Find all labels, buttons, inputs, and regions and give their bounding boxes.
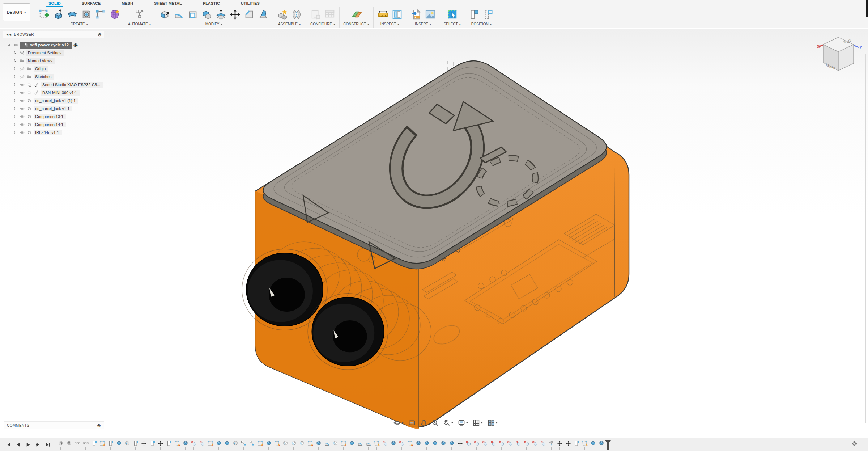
move-copy-icon[interactable] [229, 9, 241, 20]
twist-arrow-icon[interactable] [13, 106, 17, 111]
timeline-feature-pair[interactable] [241, 441, 247, 446]
timeline-feature-extrude[interactable] [116, 441, 122, 446]
step-forward-icon[interactable] [34, 442, 41, 448]
pattern-icon[interactable] [95, 9, 106, 20]
twist-arrow-icon[interactable] [13, 59, 17, 63]
timeline-feature-boxframe[interactable] [299, 441, 305, 446]
timeline-feature-sketch[interactable] [274, 441, 280, 446]
timeline-feature-delete[interactable] [499, 441, 505, 446]
ribbon-group-label-construct[interactable]: CONSTRUCT ▼ [343, 22, 369, 26]
tree-item-label[interactable]: Component13:1 [34, 114, 66, 119]
extrude-icon[interactable] [52, 9, 64, 20]
tree-item-label[interactable]: Document Settings [26, 50, 64, 56]
press-pull-icon[interactable] [159, 9, 170, 20]
eye-icon[interactable] [19, 114, 25, 119]
timeline-feature-material[interactable] [549, 441, 554, 446]
timeline-feature-delete[interactable] [482, 441, 488, 446]
chamfer-icon[interactable] [243, 9, 255, 20]
timeline-feature-extrude[interactable] [432, 441, 438, 446]
twist-arrow-icon[interactable] [13, 122, 17, 127]
select-icon[interactable] [447, 9, 458, 20]
ribbon-group-label-automate[interactable]: AUTOMATE ▼ [128, 22, 151, 26]
eye-icon[interactable] [19, 122, 25, 127]
tree-item-label[interactable]: DSN-MINI-360 v1:1 [41, 90, 80, 96]
timeline-feature-sketch[interactable] [582, 441, 588, 446]
twist-arrow-icon[interactable] [13, 130, 17, 135]
joint-icon[interactable] [291, 9, 302, 20]
timeline-feature-sketch[interactable] [99, 441, 105, 446]
timeline-feature-joint[interactable] [58, 441, 64, 446]
tab-plastic[interactable]: PLASTIC [201, 0, 222, 7]
pan-icon[interactable] [419, 418, 428, 427]
timeline-feature-pair[interactable] [249, 441, 255, 446]
eye-icon[interactable] [13, 42, 18, 48]
play-icon[interactable] [25, 442, 31, 448]
tab-utilities[interactable]: UTILITIES [239, 0, 262, 7]
tab-surface[interactable]: SURFACE [80, 0, 103, 7]
timeline-feature-extrude[interactable] [599, 441, 604, 446]
workspace-switcher[interactable]: DESIGN ▼ [3, 3, 30, 21]
twist-arrow-icon[interactable] [13, 98, 17, 103]
close-browser-icon[interactable]: ⊖ [98, 32, 102, 37]
timeline-feature-extrude[interactable] [349, 441, 355, 446]
fillet-icon[interactable] [173, 9, 184, 20]
timeline-feature-flag[interactable] [149, 441, 155, 446]
timeline-feature-shell[interactable] [124, 441, 130, 446]
timeline-feature-move[interactable] [141, 441, 147, 446]
construct-plane-icon[interactable] [351, 9, 362, 20]
tree-item-label[interactable]: Seeed Studio XIAO-ESP32-C3... [41, 82, 103, 88]
timeline-feature-extrude[interactable] [424, 441, 430, 446]
tree-item-label[interactable]: IRLZ44n v1:1 [34, 130, 62, 135]
timeline-feature-sketch[interactable] [407, 441, 413, 446]
eye-icon[interactable] [19, 98, 25, 104]
timeline-feature-extrude[interactable] [416, 441, 421, 446]
ribbon-group-label-inspect[interactable]: INSPECT ▼ [380, 22, 400, 26]
timeline-feature-extrude[interactable] [449, 441, 455, 446]
eye-icon[interactable] [19, 90, 25, 96]
browser-root-row[interactable]: wifi power cycle v12◉ [6, 41, 104, 49]
collapse-panel-icon[interactable]: ◄◄ [5, 33, 11, 37]
timeline-feature-flag[interactable] [91, 441, 97, 446]
grid-icon[interactable]: ▼ [472, 418, 484, 427]
timeline-feature-move[interactable] [565, 441, 571, 446]
timeline-feature-sketch[interactable] [174, 441, 180, 446]
timeline-feature-move[interactable] [158, 441, 163, 446]
timeline-feature-flag[interactable] [108, 441, 114, 446]
timeline-feature-fillet[interactable] [366, 441, 371, 446]
timeline-feature-delete[interactable] [399, 441, 405, 446]
timeline-feature-delete[interactable] [524, 441, 529, 446]
timeline-feature-shell[interactable] [233, 441, 238, 446]
twist-arrow-icon[interactable] [13, 114, 17, 119]
orbit-icon[interactable]: ▼ [392, 418, 405, 427]
step-back-icon[interactable] [15, 442, 21, 448]
expand-triangle-icon[interactable] [6, 42, 11, 48]
twist-arrow-icon[interactable] [13, 90, 17, 95]
timeline-feature-extrude[interactable] [216, 441, 222, 446]
create-sketch-icon[interactable] [38, 9, 50, 20]
timeline-feature-sketch[interactable] [307, 441, 313, 446]
ribbon-group-label-select[interactable]: SELECT ▼ [444, 22, 461, 26]
timeline-feature-joint[interactable] [66, 441, 72, 446]
timeline-feature-delete[interactable] [515, 441, 521, 446]
timeline-feature-delete[interactable] [490, 441, 496, 446]
timeline-feature-pattern[interactable] [75, 441, 80, 446]
ribbon-group-label-position[interactable]: POSITION ▼ [471, 22, 492, 26]
draft-icon[interactable] [258, 9, 269, 20]
timeline-feature-boxframe[interactable] [291, 441, 297, 446]
timeline-feature-extrude[interactable] [266, 441, 272, 446]
timeline-feature-move[interactable] [557, 441, 563, 446]
tree-item-label[interactable]: dc_barrel_jack v1 (1):1 [34, 98, 78, 104]
display-settings-icon[interactable]: ▼ [457, 418, 469, 427]
timeline-feature-extrude[interactable] [391, 441, 396, 446]
timeline-feature-delete[interactable] [507, 441, 513, 446]
tab-sheet-metal[interactable]: SHEET METAL [152, 0, 184, 7]
timeline-feature-sketch[interactable] [374, 441, 380, 446]
timeline-feature-delete[interactable] [532, 441, 538, 446]
eye-icon[interactable] [19, 106, 25, 111]
tree-item-4[interactable]: Seeed Studio XIAO-ESP32-C3... [13, 81, 104, 89]
twist-arrow-icon[interactable] [13, 67, 17, 71]
capture-position-icon[interactable] [469, 9, 480, 20]
timeline-feature-boxframe[interactable] [282, 441, 288, 446]
timeline-feature-extrude[interactable] [441, 441, 446, 446]
tree-item-0[interactable]: Document Settings [13, 49, 104, 57]
